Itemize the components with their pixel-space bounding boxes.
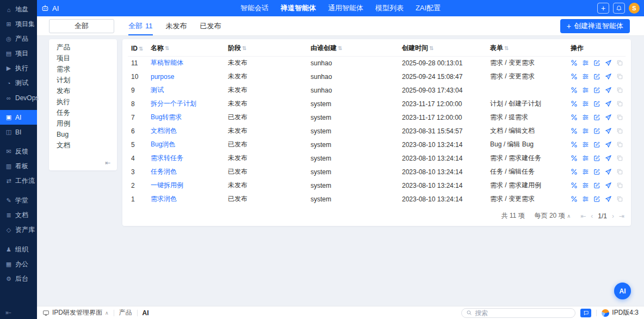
agent-name-link[interactable]: 需求转任务: [151, 154, 183, 162]
test-icon[interactable]: [571, 114, 578, 121]
sidebar-collapse-button[interactable]: ⇤: [0, 306, 37, 319]
edit-icon[interactable]: [593, 59, 600, 66]
avatar[interactable]: S: [629, 3, 640, 14]
settings-icon[interactable]: [582, 182, 589, 189]
edit-icon[interactable]: [593, 87, 600, 94]
column-header-id[interactable]: ID⇅: [128, 41, 147, 56]
sidebar-item-feedback[interactable]: ✉反馈: [0, 144, 37, 159]
sidebar-item-org[interactable]: ♟组织: [0, 242, 37, 257]
module-item-case[interactable]: 用例: [49, 118, 117, 129]
column-header-name[interactable]: 名称⇅: [147, 41, 225, 56]
module-item-doc[interactable]: 文档: [49, 140, 117, 151]
feedback-chat-button[interactable]: [580, 309, 591, 317]
column-header-stage[interactable]: 阶段⇅: [225, 41, 307, 56]
module-item-bug[interactable]: Bug: [49, 129, 117, 140]
sidebar-item-asset[interactable]: ◇资产库: [0, 223, 37, 237]
test-icon[interactable]: [571, 87, 578, 94]
app-entry[interactable]: AI: [41, 4, 59, 13]
publish-icon[interactable]: [605, 73, 612, 80]
column-header-form[interactable]: 表单⇅: [487, 41, 567, 56]
test-icon[interactable]: [571, 168, 578, 175]
sidebar-item-workflow[interactable]: ⇄工作流: [0, 174, 37, 188]
notifications-button[interactable]: [613, 3, 625, 14]
next-page-icon[interactable]: ›: [612, 212, 614, 220]
sort-icon[interactable]: ⇅: [429, 45, 434, 51]
version-info[interactable]: IPD版4:3: [602, 308, 639, 317]
publish-icon[interactable]: [605, 59, 612, 66]
tab-published[interactable]: 已发布: [200, 16, 221, 35]
tab-all[interactable]: 全部11: [128, 16, 153, 35]
settings-icon[interactable]: [582, 59, 589, 66]
sidebar-item-execution[interactable]: ▶执行: [0, 61, 37, 76]
publish-icon[interactable]: [605, 141, 612, 148]
workspace-switcher[interactable]: IPD研发管理界面 ∧: [42, 308, 109, 317]
settings-icon[interactable]: [582, 155, 589, 162]
edit-icon[interactable]: [593, 114, 600, 121]
per-page-select[interactable]: 每页 20 项 ∧: [535, 211, 571, 220]
test-icon[interactable]: [571, 195, 578, 203]
test-icon[interactable]: [571, 141, 578, 148]
edit-icon[interactable]: [593, 73, 600, 80]
module-sidebar-collapse[interactable]: ⇤: [49, 155, 117, 170]
module-item-execution[interactable]: 执行: [49, 96, 117, 107]
first-page-icon[interactable]: ⇤: [580, 212, 586, 220]
agent-name-link[interactable]: 测试: [151, 86, 164, 94]
module-item-task[interactable]: 任务: [49, 107, 117, 118]
settings-icon[interactable]: [582, 168, 589, 175]
test-icon[interactable]: [571, 73, 578, 80]
sort-icon[interactable]: ⇅: [504, 45, 509, 51]
sidebar-item-school[interactable]: ✎学堂: [0, 193, 37, 208]
publish-icon[interactable]: [605, 155, 612, 162]
agent-name-link[interactable]: Bug润色: [151, 140, 175, 148]
publish-icon[interactable]: [605, 100, 612, 107]
search-input[interactable]: [475, 309, 571, 317]
settings-icon[interactable]: [582, 127, 589, 134]
settings-icon[interactable]: [582, 114, 589, 121]
agent-name-link[interactable]: 草稿智能体: [151, 59, 183, 66]
settings-icon[interactable]: [582, 195, 589, 203]
test-icon[interactable]: [571, 100, 578, 107]
sidebar-item-bi[interactable]: ◫BI: [0, 125, 37, 139]
nav-item-models[interactable]: 模型列表: [369, 0, 410, 16]
sidebar-item-home[interactable]: ⌂地盘: [0, 2, 37, 17]
module-item-project[interactable]: 项目: [49, 53, 117, 64]
publish-icon[interactable]: [605, 127, 612, 134]
agent-name-link[interactable]: 任务润色: [151, 168, 177, 175]
edit-icon[interactable]: [593, 168, 600, 175]
nav-item-chat[interactable]: 智能会话: [234, 0, 275, 16]
ai-assistant-button[interactable]: AI: [614, 283, 631, 299]
publish-icon[interactable]: [605, 114, 612, 121]
settings-icon[interactable]: [582, 100, 589, 107]
sidebar-item-project[interactable]: ▤项目: [0, 46, 37, 61]
add-button[interactable]: +: [597, 3, 609, 14]
tab-unpublished[interactable]: 未发布: [166, 16, 187, 35]
sidebar-item-devops[interactable]: ∞DevOps: [0, 90, 37, 105]
agent-name-link[interactable]: Bug转需求: [151, 113, 182, 121]
module-item-plan[interactable]: 计划: [49, 75, 117, 85]
test-icon[interactable]: [571, 182, 578, 189]
edit-icon[interactable]: [593, 100, 600, 107]
sidebar-item-office[interactable]: ▦办公: [0, 257, 37, 272]
sort-icon[interactable]: ⇅: [165, 45, 169, 51]
agent-name-link[interactable]: 一键拆用例: [151, 181, 183, 189]
sidebar-item-qa[interactable]: ◔测试: [0, 76, 37, 90]
create-agent-button[interactable]: + 创建禅道智能体: [560, 19, 630, 33]
sort-icon[interactable]: ⇅: [338, 45, 342, 51]
sort-icon[interactable]: ⇅: [242, 45, 246, 51]
sidebar-item-product[interactable]: ◎产品: [0, 32, 37, 46]
last-page-icon[interactable]: ⇥: [619, 212, 624, 220]
test-icon[interactable]: [571, 127, 578, 134]
settings-icon[interactable]: [582, 141, 589, 148]
edit-icon[interactable]: [593, 155, 600, 162]
nav-item-zai-config[interactable]: ZAI配置: [410, 0, 447, 16]
settings-icon[interactable]: [582, 73, 589, 80]
module-item-product[interactable]: 产品: [49, 42, 117, 53]
agent-name-link[interactable]: 需求润色: [151, 195, 177, 203]
sidebar-item-ai[interactable]: ▣AI: [0, 110, 37, 125]
agent-name-link[interactable]: 文档润色: [151, 127, 177, 134]
column-header-created[interactable]: 创建时间⇅: [399, 41, 487, 56]
sidebar-item-program[interactable]: ⊞项目集: [0, 17, 37, 32]
prev-page-icon[interactable]: ‹: [591, 212, 593, 220]
edit-icon[interactable]: [593, 141, 600, 148]
agent-name-link[interactable]: purpose: [151, 73, 174, 81]
